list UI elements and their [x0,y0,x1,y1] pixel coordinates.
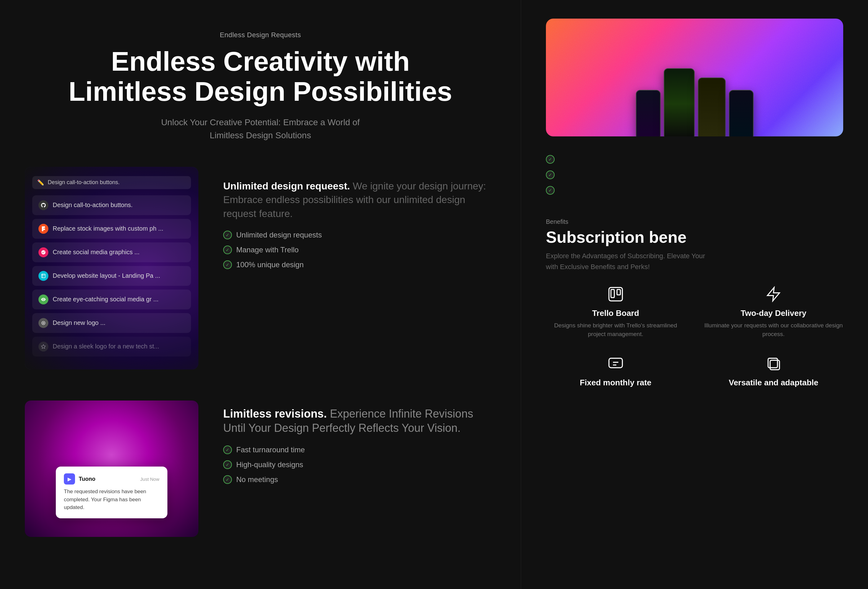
phones-container [636,68,754,136]
feature-row-unlimited: ✏️ Design call-to-action buttons. Design… [25,167,496,369]
check-row-3: ✓ [546,186,843,195]
svg-rect-9 [770,360,779,369]
check-row-1: ✓ [546,155,843,164]
check-icon-3: ✓ [223,260,232,269]
unlimited-bullets: ✓ Unlimited design requests ✓ Manage wit… [223,231,496,269]
requests-card: ✏️ Design call-to-action buttons. Design… [25,167,198,369]
right-partial-section: ✓ ✓ ✓ [546,155,843,200]
benefits-grid: Trello Board Designs shine brighter with… [546,285,843,391]
svg-rect-7 [609,358,622,368]
github-icon [38,200,48,210]
benefits-subtitle: Explore the Advantages of Subscribing. E… [546,251,843,272]
lightning-icon [764,285,783,304]
delivery-desc: Illuminate your requests with our collab… [704,321,843,339]
request-item[interactable]: Create eye-catching social media gr ... [32,289,191,309]
request-item-social-media[interactable]: Create social media graphics ... [32,242,191,262]
phone-mock-3 [698,78,726,136]
svg-marker-2 [41,344,45,348]
notification-card: ▶ Tuono Just Now The requested revisions… [56,466,167,518]
bullet-1: ✓ Unlimited design requests [223,231,496,239]
unlimited-feature-text: Unlimited design requeest. We ignite you… [223,167,496,275]
web-icon [38,271,48,281]
benefit-versatile: Versatile and adaptable [704,354,843,391]
rev-bullet-3: ✓ No meetings [223,475,496,484]
delivery-title: Two-day Delivery [704,309,843,318]
svg-rect-0 [41,274,45,278]
check-r1: ✓ [546,155,555,164]
benefits-title: Subscription bene [546,229,843,246]
message-icon [606,354,625,373]
benefit-trello: Trello Board Designs shine brighter with… [546,285,685,339]
hero-phone-image [546,19,843,136]
left-panel: Endless Design Requests Endless Creativi… [0,0,521,589]
unlimited-title: Unlimited design requeest. We ignite you… [223,179,496,221]
revisions-bullets: ✓ Fast turnaround time ✓ High-quality de… [223,446,496,484]
social-icon [38,247,48,257]
hero-subtitle: Unlock Your Creative Potential: Embrace … [152,116,369,142]
app-icon: ▶ [64,473,75,484]
rev-bullet-2: ✓ High-quality designs [223,461,496,469]
figma-icon [38,224,48,234]
notif-body: The requested revisions have been comple… [64,488,159,512]
request-item[interactable]: Design new logo ... [32,313,191,333]
svg-rect-5 [617,289,620,294]
layers-icon [764,354,783,373]
feature-row-revisions: Limitless revisions. Experience Infinite… [25,400,496,537]
pencil-icon: ✏️ [37,179,44,186]
notif-time: Just Now [140,477,159,482]
trello-desc: Designs shine brighter with Trello's str… [546,321,685,339]
check-icon-fast: ✓ [223,446,232,454]
versatile-title: Versatile and adaptable [704,378,843,388]
revisions-title: Limitless revisions. Experience Infinite… [223,407,496,436]
check-icon-meetings: ✓ [223,475,232,484]
check-icon-2: ✓ [223,245,232,254]
benefit-monthly: Fixed monthly rate [546,354,685,391]
svg-rect-8 [768,358,778,368]
trello-board-icon [606,285,625,304]
card-top-item: ✏️ Design call-to-action buttons. [32,176,191,189]
request-item[interactable]: Replace stock images with custom ph ... [32,219,191,239]
hero-badge: Endless Design Requests [25,31,496,39]
eye-icon [38,294,48,304]
hero-title: Endless Creativity with Limitless Design… [25,46,496,107]
check-r2: ✓ [546,170,555,179]
check-icon-quality: ✓ [223,461,232,469]
benefits-label: Benefits [546,218,843,225]
app-name: Tuono [79,476,96,482]
phone-mock-4 [729,90,754,136]
svg-marker-6 [768,287,779,301]
bullet-2: ✓ Manage with Trello [223,245,496,254]
right-panel: ✓ ✓ ✓ Benefits Subscription bene Explore… [521,0,868,589]
check-r3: ✓ [546,186,555,195]
monthly-title: Fixed monthly rate [546,378,685,388]
revisions-text: Limitless revisions. Experience Infinite… [223,400,496,490]
sketch-icon [38,342,48,351]
trello-title: Trello Board [546,309,685,318]
phone-mock-1 [636,90,661,136]
hero-section: Endless Design Requests Endless Creativi… [25,19,496,142]
phone-mock-2 [664,68,695,136]
check-row-2: ✓ [546,170,843,179]
svg-rect-4 [611,289,614,297]
rev-bullet-1: ✓ Fast turnaround time [223,446,496,454]
request-item[interactable]: Design a sleek logo for a new tech st... [32,337,191,356]
bullet-3: ✓ 100% unique design [223,260,496,269]
request-item-website[interactable]: Develop website layout - Landing Pa ... [32,266,191,286]
request-item[interactable]: Design call-to-action buttons. [32,195,191,215]
check-icon-1: ✓ [223,231,232,239]
revision-card: ▶ Tuono Just Now The requested revisions… [25,400,198,537]
benefit-delivery: Two-day Delivery Illuminate your request… [704,285,843,339]
benefits-section: Benefits Subscription bene Explore the A… [546,218,843,391]
logo-icon [38,318,48,328]
